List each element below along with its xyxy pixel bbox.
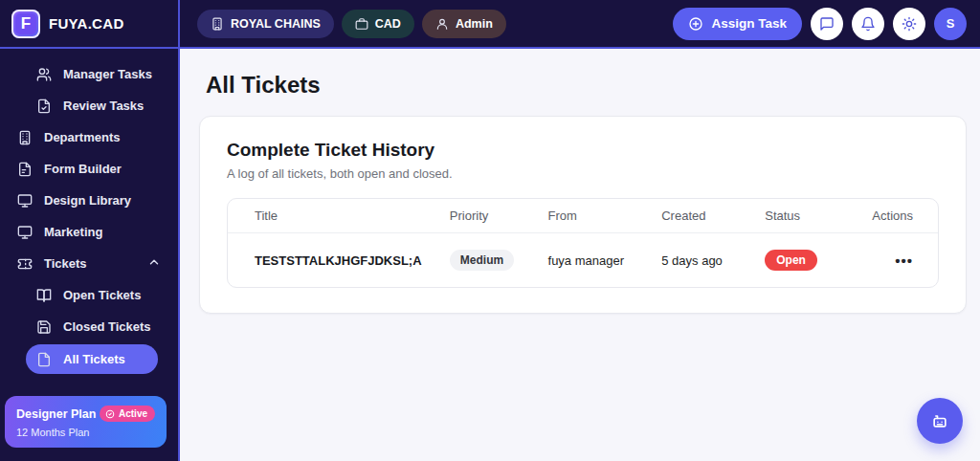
column-header-actions: Actions bbox=[862, 199, 938, 233]
card-title: Complete Ticket History bbox=[227, 140, 939, 161]
priority-badge: Medium bbox=[450, 250, 514, 271]
plan-badge-label: Active bbox=[119, 408, 147, 419]
sidebar-item-open-tickets[interactable]: Open Tickets bbox=[6, 279, 172, 311]
ticket-title: TESTSTTALKJHGFJDKSL;A bbox=[255, 253, 422, 268]
plan-title: Designer Plan bbox=[16, 407, 96, 421]
role-badge-label: Admin bbox=[456, 17, 493, 31]
sidebar-item-manager-tasks[interactable]: Manager Tasks bbox=[6, 58, 172, 90]
user-avatar[interactable]: S bbox=[934, 8, 967, 40]
brand-header: F FUYA.CAD bbox=[0, 0, 178, 49]
card-subtitle: A log of all tickets, both open and clos… bbox=[227, 166, 939, 181]
column-header-from: From bbox=[539, 199, 653, 233]
sidebar-item-label: Open Tickets bbox=[63, 288, 141, 302]
monitor-icon bbox=[17, 193, 33, 209]
sidebar-item-form-builder[interactable]: Form Builder bbox=[6, 153, 172, 185]
sidebar-item-marketing[interactable]: Marketing bbox=[6, 216, 172, 248]
sidebar-item-label: Form Builder bbox=[44, 162, 122, 176]
theme-toggle-button[interactable] bbox=[893, 8, 925, 40]
messages-button[interactable] bbox=[811, 8, 843, 40]
chatbot-fab-button[interactable] bbox=[917, 398, 963, 444]
assign-task-label: Assign Task bbox=[711, 16, 787, 31]
column-header-status: Status bbox=[755, 199, 862, 233]
role-badge[interactable]: Admin bbox=[422, 10, 506, 38]
column-header-title: Title bbox=[228, 199, 440, 233]
sidebar-item-label: Review Tasks bbox=[63, 99, 144, 113]
sidebar-item-label: Manager Tasks bbox=[63, 67, 152, 81]
bot-icon bbox=[930, 411, 949, 430]
chevron-up-icon[interactable] bbox=[147, 255, 161, 272]
users-icon bbox=[36, 67, 52, 82]
sidebar-nav: Manager Tasks Review Tasks Departments F… bbox=[0, 49, 178, 390]
plan-subtitle: 12 Months Plan bbox=[16, 427, 155, 438]
sidebar-item-departments[interactable]: Departments bbox=[6, 121, 172, 153]
sidebar: F FUYA.CAD Manager Tasks Review Tasks De… bbox=[0, 0, 180, 461]
workspace-badge[interactable]: CAD bbox=[342, 10, 414, 38]
sidebar-item-all-tickets[interactable]: All Tickets bbox=[26, 344, 158, 374]
message-square-icon bbox=[819, 16, 835, 32]
topbar: ROYAL CHAINS CAD Admin Assign Task bbox=[180, 0, 980, 49]
column-header-priority: Priority bbox=[440, 199, 539, 233]
tickets-table: Title Priority From Created Status Actio… bbox=[228, 199, 938, 287]
building-icon bbox=[17, 130, 33, 145]
tickets-table-container: Title Priority From Created Status Actio… bbox=[227, 198, 939, 288]
assign-task-button[interactable]: Assign Task bbox=[673, 8, 802, 40]
file-check-icon bbox=[36, 99, 52, 114]
ticket-created: 5 days ago bbox=[652, 233, 755, 288]
sidebar-item-design-library[interactable]: Design Library bbox=[6, 185, 172, 216]
sidebar-item-label: Departments bbox=[44, 130, 120, 144]
table-row[interactable]: TESTSTTALKJHGFJDKSL;A Medium fuya manage… bbox=[228, 233, 938, 288]
user-icon bbox=[435, 17, 449, 31]
table-header-row: Title Priority From Created Status Actio… bbox=[228, 199, 938, 233]
page-title: All Tickets bbox=[206, 72, 967, 99]
building-icon bbox=[211, 17, 224, 31]
plan-status-badge: Active bbox=[100, 406, 155, 422]
briefcase-icon bbox=[355, 17, 368, 31]
brand-logo-icon: F bbox=[11, 10, 40, 38]
bell-icon bbox=[860, 16, 876, 32]
sidebar-item-label: Closed Tickets bbox=[63, 319, 151, 334]
sidebar-item-closed-tickets[interactable]: Closed Tickets bbox=[6, 311, 172, 342]
monitor-icon bbox=[17, 225, 33, 240]
form-file-icon bbox=[17, 162, 33, 177]
brand-name: FUYA.CAD bbox=[49, 15, 124, 32]
sidebar-item-label: All Tickets bbox=[63, 352, 125, 366]
status-badge: Open bbox=[765, 250, 817, 271]
ticket-history-card: Complete Ticket History A log of all tic… bbox=[199, 116, 967, 314]
app-window: F FUYA.CAD Manager Tasks Review Tasks De… bbox=[0, 0, 980, 461]
ticket-icon bbox=[17, 256, 33, 272]
sidebar-item-review-tasks[interactable]: Review Tasks bbox=[6, 90, 172, 121]
workspace-badge-label: CAD bbox=[375, 17, 401, 31]
brand-logo-letter: F bbox=[15, 13, 36, 34]
right-column: ROYAL CHAINS CAD Admin Assign Task bbox=[180, 0, 980, 461]
sidebar-item-label: Design Library bbox=[44, 193, 131, 208]
notifications-button[interactable] bbox=[852, 8, 884, 40]
main-content: All Tickets Complete Ticket History A lo… bbox=[180, 49, 980, 461]
topbar-actions: Assign Task S bbox=[673, 8, 967, 40]
archive-icon bbox=[36, 319, 52, 335]
book-open-icon bbox=[36, 288, 52, 303]
sidebar-item-tickets[interactable]: Tickets bbox=[6, 248, 172, 279]
more-options-icon[interactable]: ••• bbox=[895, 252, 913, 269]
check-circle-icon bbox=[105, 409, 115, 419]
sidebar-item-label: Marketing bbox=[44, 225, 102, 239]
column-header-created: Created bbox=[652, 199, 755, 233]
plan-card[interactable]: Designer Plan Active 12 Months Plan bbox=[5, 396, 167, 448]
ticket-from: fuya manager bbox=[539, 233, 653, 288]
org-badge[interactable]: ROYAL CHAINS bbox=[197, 10, 334, 38]
org-badge-label: ROYAL CHAINS bbox=[231, 17, 321, 31]
file-icon bbox=[36, 352, 52, 367]
plus-circle-icon bbox=[688, 16, 703, 32]
sidebar-item-label: Tickets bbox=[44, 256, 87, 271]
sun-icon bbox=[902, 16, 917, 32]
